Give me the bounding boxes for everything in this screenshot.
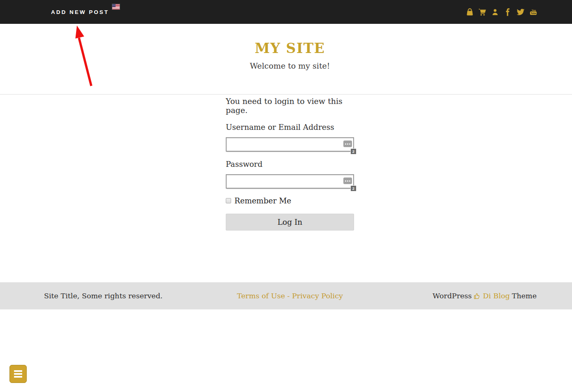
password-label: Password (226, 160, 354, 168)
social-icon-bar: You Tube (465, 0, 537, 24)
site-tagline: Welcome to my site! (8, 61, 572, 70)
password-manager-autofill-icon[interactable] (343, 178, 352, 184)
theme-text: Theme (512, 292, 537, 300)
hamburger-menu-icon (14, 370, 22, 372)
remember-me-label: Remember Me (234, 196, 291, 205)
username-input[interactable] (226, 137, 354, 152)
remember-me-row: Remember Me (226, 196, 354, 205)
footer-links: Terms of Use - Privacy Policy (237, 292, 343, 300)
autofill-count-badge: 2 (351, 149, 356, 154)
svg-text:Tube: Tube (530, 12, 536, 14)
svg-text:You: You (532, 9, 536, 11)
footer-link-separator: - (285, 292, 292, 300)
add-new-post-link[interactable]: ADD NEW POST (51, 9, 109, 15)
shopping-bag-icon[interactable] (465, 8, 474, 16)
user-icon[interactable] (491, 8, 499, 16)
terms-of-use-link[interactable]: Terms of Use (237, 292, 285, 300)
hamburger-menu-icon (14, 376, 22, 378)
youtube-icon[interactable]: You Tube (529, 8, 537, 16)
di-blog-theme-link[interactable]: Di Blog (483, 292, 509, 300)
site-header: MY SITE Welcome to my site! (0, 24, 572, 95)
facebook-icon[interactable] (504, 8, 512, 16)
thumbs-up-icon (474, 293, 481, 300)
password-manager-autofill-icon[interactable] (343, 141, 352, 147)
twitter-icon[interactable] (516, 8, 525, 16)
site-title-link[interactable]: MY SITE (8, 40, 572, 56)
autofill-count-badge: 2 (351, 186, 356, 191)
hamburger-menu-button[interactable] (9, 365, 27, 383)
login-required-notice: You need to login to view this page. (226, 97, 354, 115)
privacy-policy-link[interactable]: Privacy Policy (292, 292, 343, 300)
shopping-cart-icon[interactable] (478, 8, 486, 16)
hamburger-menu-icon (14, 373, 22, 375)
username-input-wrap: 2 (226, 137, 354, 152)
remember-me-checkbox[interactable] (226, 198, 231, 203)
site-footer: Site Title, Some rights reserved. Terms … (0, 282, 572, 309)
login-form: You need to login to view this page. Use… (226, 95, 354, 231)
username-label: Username or Email Address (226, 123, 354, 131)
us-flag-icon[interactable] (112, 4, 120, 9)
footer-copyright: Site Title, Some rights reserved. (44, 292, 162, 300)
top-navigation-bar: ADD NEW POST (0, 0, 572, 24)
log-in-button[interactable]: Log In (226, 214, 354, 231)
footer-credit: WordPress Di Blog Theme (433, 292, 537, 300)
main-content: You need to login to view this page. Use… (0, 95, 572, 282)
password-input[interactable] (226, 174, 354, 189)
password-input-wrap: 2 (226, 174, 354, 189)
wordpress-text: WordPress (433, 292, 472, 300)
